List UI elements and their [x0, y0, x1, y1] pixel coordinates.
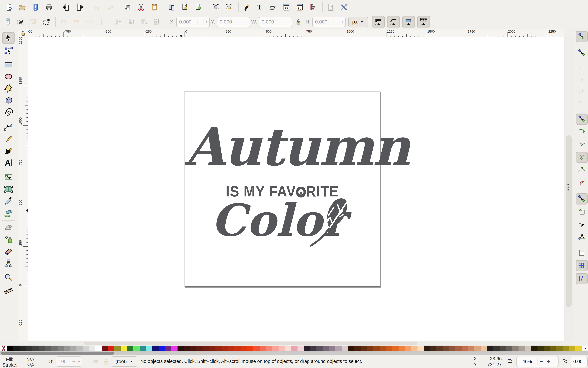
palette-swatch[interactable]	[417, 346, 424, 351]
snap-page-border-button[interactable]	[576, 248, 587, 258]
palette-scroll-arrow[interactable]	[585, 346, 588, 351]
move-gradients-button[interactable]	[402, 16, 415, 28]
unit-dropdown[interactable]: px	[348, 17, 368, 27]
palette-swatch[interactable]	[493, 346, 500, 351]
palette-swatch[interactable]	[392, 346, 398, 351]
palette-swatch[interactable]	[253, 346, 260, 351]
box-3d-button[interactable]	[3, 95, 14, 106]
palette-swatch[interactable]	[329, 346, 335, 351]
palette-swatch[interactable]	[500, 346, 506, 351]
palette-swatch[interactable]	[222, 346, 228, 351]
connector-button[interactable]	[3, 258, 14, 269]
snap-grids-button[interactable]	[576, 260, 588, 271]
horizontal-scrollbar[interactable]	[28, 341, 564, 345]
palette-swatch[interactable]	[146, 346, 152, 351]
palette-swatch[interactable]	[354, 346, 361, 351]
snap-object-centers-button[interactable]	[576, 206, 587, 217]
duplicate-button[interactable]	[167, 2, 177, 12]
align-distribute-button[interactable]	[308, 2, 318, 12]
selection-bbox-button[interactable]	[42, 17, 51, 27]
palette-swatch[interactable]	[45, 346, 51, 351]
pen-button[interactable]	[3, 121, 14, 132]
palette-swatch[interactable]	[506, 346, 512, 351]
zoom-decrease[interactable]: −	[538, 358, 545, 365]
palette-swatch[interactable]	[89, 346, 95, 351]
horizontal-ruler[interactable]: -1000-750-500-25002505007501000125015001…	[28, 29, 564, 37]
palette-swatch[interactable]	[114, 346, 121, 351]
palette-swatch[interactable]	[398, 346, 405, 351]
palette-swatch[interactable]	[102, 346, 108, 351]
palette-swatch[interactable]	[95, 346, 102, 351]
palette-scrollbar[interactable]	[0, 351, 588, 355]
palette-swatch[interactable]	[367, 346, 373, 351]
dropper-button[interactable]	[3, 195, 14, 207]
snap-others-button[interactable]	[576, 193, 588, 204]
palette-swatch[interactable]	[184, 346, 190, 351]
palette-swatch[interactable]	[361, 346, 367, 351]
palette-swatch[interactable]	[165, 346, 171, 351]
calligraphy-button[interactable]	[3, 145, 14, 156]
palette-swatch[interactable]	[7, 346, 13, 351]
zoom-selection-button[interactable]	[211, 2, 221, 12]
palette-swatch[interactable]	[272, 346, 279, 351]
w-decrease[interactable]: −	[280, 19, 286, 25]
palette-swatch[interactable]	[556, 346, 563, 351]
opacity-field[interactable]: 100 − +	[56, 356, 82, 367]
snap-text-baselines-button[interactable]: A	[576, 231, 587, 242]
h-decrease[interactable]: −	[333, 19, 339, 25]
palette-swatch[interactable]	[373, 346, 379, 351]
measure-button[interactable]	[3, 284, 14, 295]
palette-swatch[interactable]	[51, 346, 57, 351]
palette-swatch[interactable]	[512, 346, 519, 351]
snap-line-midpoints-button[interactable]	[576, 177, 587, 188]
palette-swatch[interactable]	[13, 346, 20, 351]
h-field[interactable]: 0.000−+	[312, 17, 346, 27]
palette-swatch[interactable]	[304, 346, 310, 351]
palette-swatch[interactable]	[297, 346, 304, 351]
new-document-button[interactable]	[4, 2, 14, 12]
copy-button[interactable]	[123, 2, 133, 12]
no-color-swatch[interactable]	[0, 346, 7, 351]
palette-swatch[interactable]	[550, 346, 556, 351]
spray-button[interactable]	[3, 234, 14, 245]
palette-swatch[interactable]	[178, 346, 184, 351]
palette-swatch[interactable]	[152, 346, 159, 351]
import-button[interactable]	[61, 2, 71, 12]
palette-swatch[interactable]	[544, 346, 550, 351]
paint-bucket-button[interactable]	[3, 207, 14, 219]
lock-width-height-ratio-button[interactable]	[294, 17, 303, 27]
x-increase[interactable]: +	[203, 19, 209, 25]
palette-swatch[interactable]	[348, 346, 354, 351]
save-button[interactable]	[30, 2, 41, 12]
move-patterns-button[interactable]	[417, 16, 430, 28]
snap-cusp-nodes-button[interactable]	[576, 152, 588, 163]
palette-swatch[interactable]	[20, 346, 26, 351]
palette-swatch[interactable]	[575, 346, 582, 351]
palette-swatch[interactable]	[108, 346, 114, 351]
palette-swatch[interactable]	[405, 346, 411, 351]
y-decrease[interactable]: −	[238, 19, 244, 25]
palette-swatch[interactable]	[310, 346, 316, 351]
palette-swatch[interactable]	[316, 346, 323, 351]
snap-enable-button[interactable]	[576, 31, 588, 42]
palette-swatch[interactable]	[569, 346, 575, 351]
palette-swatch[interactable]	[525, 346, 531, 351]
opacity-increase[interactable]: +	[76, 359, 82, 364]
horizontal-scrollbar-thumb[interactable]	[84, 341, 417, 345]
zoom-field[interactable]: 46% − +	[516, 356, 559, 367]
palette-swatch[interactable]	[197, 346, 203, 351]
preferences-button[interactable]	[339, 2, 349, 12]
export-button[interactable]	[75, 2, 85, 12]
gradient-button[interactable]	[3, 172, 14, 183]
mesh-button[interactable]	[3, 184, 14, 195]
palette-swatch[interactable]	[335, 346, 342, 351]
w-increase[interactable]: +	[286, 19, 292, 25]
palette-swatch[interactable]	[443, 346, 449, 351]
stroke-value[interactable]: N/A	[26, 362, 34, 368]
scale-stroke-button[interactable]	[372, 16, 385, 28]
palette-swatch[interactable]	[127, 346, 133, 351]
palette-swatch[interactable]	[424, 346, 430, 351]
palette-swatch[interactable]	[342, 346, 348, 351]
snap-path-intersections-button[interactable]	[576, 139, 587, 150]
fill-value[interactable]: N/A	[26, 357, 34, 362]
